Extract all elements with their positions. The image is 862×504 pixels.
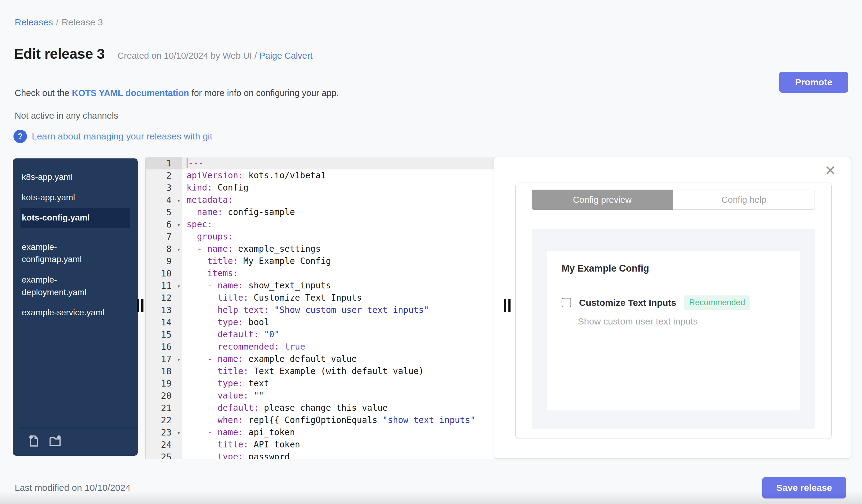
code-line[interactable]: 10 items: xyxy=(146,267,494,279)
line-number: 20 xyxy=(146,389,182,402)
promote-button[interactable]: Promote xyxy=(779,72,848,93)
code-line-text: type: bool xyxy=(182,316,494,329)
git-releases-link[interactable]: Learn about managing your releases with … xyxy=(32,131,212,142)
code-line-text: help_text: "Show custom user text inputs… xyxy=(182,304,494,316)
created-by-user-link[interactable]: Paige Calvert xyxy=(259,51,313,61)
code-line-text: - name: api_token xyxy=(182,426,494,439)
code-line[interactable]: 4▾metadata: xyxy=(146,194,494,206)
file-name-label: k8s-app.yaml xyxy=(22,171,73,184)
code-line-text: default: "0" xyxy=(182,329,494,341)
code-line[interactable]: 18 title: Text Example (with default val… xyxy=(146,365,494,377)
line-number: 5 xyxy=(146,206,182,218)
customize-text-inputs-checkbox[interactable] xyxy=(562,298,571,307)
breadcrumb: Releases/Release 3 xyxy=(15,17,103,27)
sidebar-file-item[interactable]: kots-config.yaml xyxy=(21,208,130,228)
line-number: 2 xyxy=(146,170,182,182)
code-line[interactable]: 20 value: "" xyxy=(146,389,494,402)
sidebar-file-item[interactable]: example-deployment.yaml xyxy=(21,270,130,303)
fold-arrow-icon[interactable]: ▾ xyxy=(177,219,181,231)
kots-yaml-docs-link[interactable]: KOTS YAML documentation xyxy=(72,88,189,98)
code-line[interactable]: 25 type: password xyxy=(146,451,494,459)
config-group-card: My Example Config Customize Text Inputs … xyxy=(547,251,800,410)
config-item-label: Customize Text Inputs xyxy=(579,297,676,308)
fold-arrow-icon[interactable]: ▾ xyxy=(177,427,181,439)
fold-arrow-icon[interactable]: ▾ xyxy=(177,243,181,255)
breadcrumb-current: Release 3 xyxy=(62,17,103,27)
new-folder-icon[interactable] xyxy=(48,434,62,449)
code-line-text: items: xyxy=(182,267,494,279)
line-number: 21 xyxy=(146,402,182,414)
sidebar-file-item[interactable]: example-configmap.yaml xyxy=(21,237,130,270)
line-number: 6▾ xyxy=(146,218,182,230)
file-name-label: example-configmap.yaml xyxy=(22,241,82,266)
code-line[interactable]: 7 groups: xyxy=(146,230,494,243)
new-file-icon[interactable] xyxy=(26,434,40,449)
code-line[interactable]: 16 recommended: true xyxy=(146,341,494,353)
code-line[interactable]: 12 title: Customize Text Inputs xyxy=(146,292,494,304)
code-line-text: value: "" xyxy=(182,389,494,402)
code-line-text: title: Text Example (with default value) xyxy=(182,365,494,377)
line-number: 18 xyxy=(146,365,182,377)
sidebar-file-item[interactable]: kots-app.yaml xyxy=(21,187,130,208)
code-line[interactable]: 14 type: bool xyxy=(146,316,494,329)
line-number: 9 xyxy=(146,255,182,267)
file-sidebar: k8s-app.yamlkots-app.yamlkots-config.yam… xyxy=(13,158,138,456)
code-line[interactable]: 23▾ - name: api_token xyxy=(146,426,494,439)
recommended-badge: Recommended xyxy=(684,295,750,310)
code-line-text: apiVersion: kots.io/v1beta1 xyxy=(182,170,494,182)
code-line[interactable]: 1--- xyxy=(146,157,494,170)
line-number: 19 xyxy=(146,377,182,389)
code-line[interactable]: 9 title: My Example Config xyxy=(146,255,494,267)
code-line[interactable]: 24 title: API token xyxy=(146,439,494,451)
fold-arrow-icon[interactable]: ▾ xyxy=(177,353,181,366)
code-line[interactable]: 5 name: config-sample xyxy=(146,206,494,218)
tab-config-preview[interactable]: Config preview xyxy=(532,190,673,210)
file-name-label: example-service.yaml xyxy=(22,306,105,319)
sidebar-bottom-divider xyxy=(21,428,138,428)
code-line[interactable]: 3kind: Config xyxy=(146,182,494,194)
sidebar-file-item[interactable]: example-service.yaml xyxy=(21,303,130,323)
code-line[interactable]: 19 type: text xyxy=(146,377,494,389)
line-number: 25 xyxy=(146,451,182,459)
code-line[interactable]: 17▾ - name: example_default_value xyxy=(146,353,494,365)
docs-hint-text: Check out the KOTS YAML documentation fo… xyxy=(15,88,339,98)
sidebar-file-item[interactable]: k8s-app.yaml xyxy=(21,167,130,187)
close-icon[interactable]: ✕ xyxy=(825,164,836,177)
file-name-label: kots-config.yaml xyxy=(22,212,90,224)
code-line[interactable]: 13 help_text: "Show custom user text inp… xyxy=(146,304,494,316)
bottom-scroll-fade xyxy=(0,491,862,504)
code-line[interactable]: 21 default: please change this value xyxy=(146,402,494,414)
code-line-text: recommended: true xyxy=(182,341,494,353)
config-preview-panel: ✕ Config preview Config help My Example … xyxy=(494,157,851,459)
breadcrumb-separator: / xyxy=(56,17,58,27)
question-icon: ? xyxy=(13,130,27,143)
channel-status-text: Not active in any channels xyxy=(15,111,118,121)
save-release-button[interactable]: Save release xyxy=(762,477,846,499)
line-number: 24 xyxy=(146,439,182,451)
sidebar-resize-handle[interactable] xyxy=(137,299,144,312)
breadcrumb-releases-link[interactable]: Releases xyxy=(15,17,53,27)
code-line[interactable]: 22 when: repl{{ ConfigOptionEquals "show… xyxy=(146,414,494,426)
code-line[interactable]: 11▾ - name: show_text_inputs xyxy=(146,279,494,292)
preview-resize-handle[interactable] xyxy=(504,299,511,312)
code-line[interactable]: 6▾spec: xyxy=(146,218,494,230)
code-line-text: default: please change this value xyxy=(182,402,494,414)
file-name-label: kots-app.yaml xyxy=(22,191,75,204)
tab-config-help[interactable]: Config help xyxy=(673,190,815,210)
code-line-text: title: My Example Config xyxy=(182,255,494,267)
code-line[interactable]: 2apiVersion: kots.io/v1beta1 xyxy=(146,170,494,182)
code-line[interactable]: 8▾ - name: example_settings xyxy=(146,243,494,255)
fold-arrow-icon[interactable]: ▾ xyxy=(177,280,181,292)
fold-arrow-icon[interactable]: ▾ xyxy=(177,194,181,207)
preview-card: Config preview Config help My Example Co… xyxy=(515,183,832,439)
line-number: 4▾ xyxy=(146,194,182,206)
last-modified-text: Last modified on 10/10/2024 xyxy=(15,482,131,493)
file-list-top: k8s-app.yamlkots-app.yamlkots-config.yam… xyxy=(13,167,138,228)
code-line-text: metadata: xyxy=(182,194,494,206)
code-line-text: --- xyxy=(182,157,494,170)
yaml-code-editor[interactable]: 1---2apiVersion: kots.io/v1beta13kind: C… xyxy=(145,157,494,459)
line-number: 23▾ xyxy=(146,426,182,439)
line-number: 3 xyxy=(146,182,182,194)
code-line[interactable]: 15 default: "0" xyxy=(146,329,494,341)
line-number: 15 xyxy=(146,329,182,341)
